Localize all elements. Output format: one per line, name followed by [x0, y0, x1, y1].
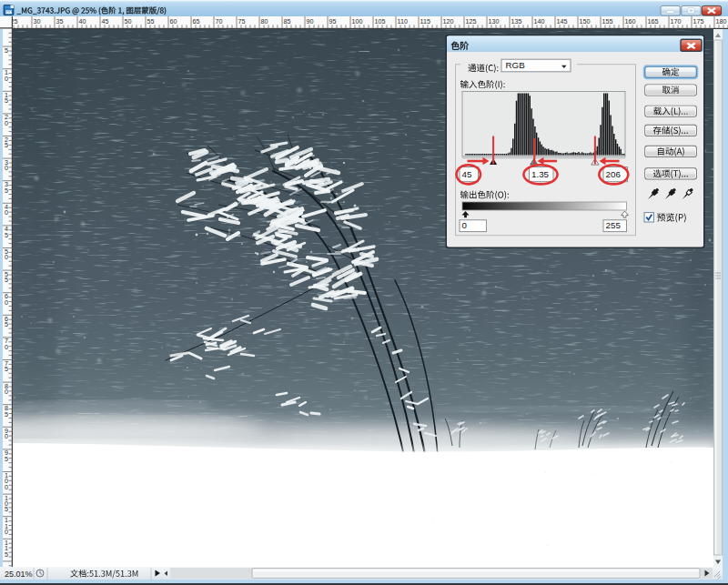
svg-text:1.35: 1.35 [531, 169, 550, 179]
svg-text:5: 5 [5, 46, 8, 55]
svg-text:0: 0 [5, 343, 8, 351]
svg-text:180: 180 [716, 17, 727, 25]
svg-text:70: 70 [216, 17, 223, 25]
svg-text:100: 100 [352, 17, 363, 25]
svg-text:150: 150 [580, 17, 591, 25]
svg-text:175: 175 [693, 17, 704, 25]
svg-text:105: 105 [375, 17, 386, 25]
svg-text:0: 0 [5, 164, 8, 172]
svg-text:0: 0 [5, 208, 8, 217]
svg-text:45: 45 [102, 17, 109, 25]
svg-text:110: 110 [398, 17, 408, 25]
svg-text:0: 0 [5, 388, 8, 396]
svg-text:55: 55 [147, 17, 155, 25]
svg-text:5: 5 [5, 96, 8, 105]
svg-text:5: 5 [5, 276, 8, 284]
svg-text:85: 85 [284, 17, 291, 25]
svg-text:0: 0 [5, 483, 8, 491]
svg-text:95: 95 [329, 17, 337, 25]
svg-text:75: 75 [238, 17, 246, 25]
svg-text:206: 206 [606, 169, 622, 179]
svg-text:5: 5 [5, 141, 8, 149]
svg-text:30: 30 [34, 17, 41, 25]
svg-text:0: 0 [5, 432, 8, 440]
svg-text:0: 0 [5, 253, 8, 261]
svg-text:5: 5 [5, 550, 8, 559]
svg-text:40: 40 [79, 17, 86, 25]
svg-text:5: 5 [5, 455, 8, 463]
svg-text:130: 130 [489, 17, 500, 25]
svg-text:5: 5 [5, 410, 8, 419]
svg-text:5: 5 [5, 320, 8, 328]
svg-text:125: 125 [466, 17, 477, 25]
svg-text:65: 65 [193, 17, 200, 25]
svg-text:60: 60 [170, 17, 177, 25]
svg-text:80: 80 [261, 17, 268, 25]
svg-text:165: 165 [648, 17, 659, 25]
svg-text:0: 0 [5, 119, 8, 127]
svg-text:0: 0 [5, 528, 8, 536]
svg-text:160: 160 [625, 17, 636, 25]
svg-text:155: 155 [602, 17, 613, 25]
svg-text:25.01%: 25.01% [5, 570, 33, 579]
svg-text:140: 140 [534, 17, 545, 25]
svg-text:35: 35 [56, 17, 64, 25]
svg-text:255: 255 [606, 220, 622, 230]
svg-text:170: 170 [671, 17, 682, 25]
svg-text:5: 5 [5, 365, 8, 373]
svg-text:5: 5 [5, 187, 8, 195]
svg-text:0: 0 [5, 75, 8, 83]
svg-text:0: 0 [5, 298, 8, 307]
svg-text:45: 45 [462, 169, 472, 179]
svg-text:135: 135 [511, 17, 522, 25]
svg-text:0: 0 [462, 220, 468, 230]
svg-text:145: 145 [557, 17, 568, 25]
svg-text:120: 120 [443, 17, 454, 25]
svg-text:5: 5 [5, 505, 8, 513]
svg-text:115: 115 [420, 17, 430, 25]
svg-text:50: 50 [125, 17, 132, 25]
svg-text:RGB: RGB [506, 60, 526, 70]
svg-text:5: 5 [5, 231, 8, 239]
svg-text:90: 90 [307, 17, 314, 25]
